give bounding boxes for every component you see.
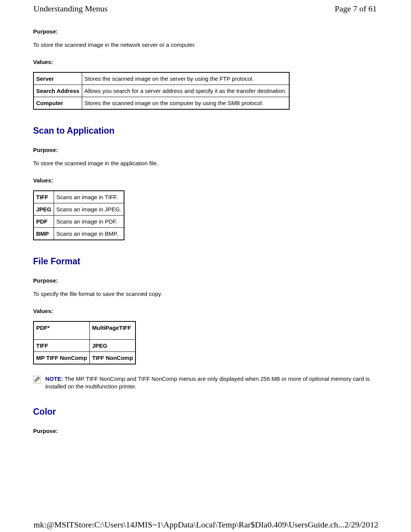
value-key: TIFF (33, 191, 54, 203)
purpose-text: To store the scanned image in the networ… (33, 42, 377, 48)
section-heading-scan-to-application: Scan to Application (33, 126, 377, 136)
value-key: PDF (33, 216, 54, 228)
table-row: PDF* MultiPageTIFF (33, 321, 135, 340)
note-body: The MP TIFF NonComp and TIFF NonComp men… (45, 375, 370, 390)
values-table: TIFF Scans an image in TIFF. JPEG Scans … (33, 190, 124, 240)
values-table: Server Stores the scanned image on the s… (33, 72, 290, 110)
value-key: BMP (33, 228, 54, 240)
values-grid-table: PDF* MultiPageTIFF TIFF JPEG MP TIFF Non… (33, 321, 136, 364)
values-label: Values: (33, 177, 377, 184)
value-description: Stores the scanned image on the computer… (82, 97, 289, 110)
grid-cell: MultiPageTIFF (89, 321, 135, 340)
value-description: Scans an image in PDF. (54, 216, 124, 228)
value-description: Scans an image in TIFF. (54, 191, 124, 203)
table-row: JPEG Scans an image in JPEG. (33, 203, 124, 216)
purpose-text: To specify the file format to save the s… (33, 291, 377, 297)
values-label: Values: (33, 59, 377, 65)
grid-cell: MP TIFF NonComp (33, 352, 89, 364)
page-content: Purpose: To store the scanned image in t… (0, 28, 411, 434)
purpose-label: Purpose: (33, 428, 377, 434)
purpose-label: Purpose: (33, 277, 377, 284)
note-icon (33, 376, 41, 383)
value-description: Allows you search for a server address a… (82, 85, 289, 97)
grid-cell: JPEG (89, 340, 135, 352)
section-heading-file-format: File Format (33, 256, 377, 267)
values-label: Values: (33, 308, 377, 314)
table-row: BMP Scans an image in BMP. (33, 228, 124, 240)
table-row: TIFF JPEG (33, 340, 135, 352)
table-row: PDF Scans an image in PDF. (33, 216, 124, 228)
value-key: Server (33, 72, 82, 85)
purpose-label: Purpose: (33, 147, 377, 153)
value-key: Search Address (33, 85, 82, 97)
header-title: Understanding Menus (33, 4, 108, 14)
table-row: Search Address Allows you search for a s… (33, 85, 289, 97)
note-text: NOTE: The MP TIFF NonComp and TIFF NonCo… (45, 375, 377, 391)
note-block: NOTE: The MP TIFF NonComp and TIFF NonCo… (33, 375, 377, 391)
table-row: Server Stores the scanned image on the s… (33, 72, 289, 85)
purpose-text: To store the scanned image in the applic… (33, 160, 377, 166)
value-description: Scans an image in JPEG. (54, 203, 124, 216)
section-heading-color: Color (33, 407, 377, 417)
grid-cell: TIFF (33, 340, 89, 352)
value-description: Stores the scanned image on the server b… (82, 72, 289, 85)
grid-cell: TIFF NonComp (89, 352, 135, 364)
value-key: JPEG (33, 203, 54, 216)
value-key: Computer (33, 97, 82, 110)
table-row: Computer Stores the scanned image on the… (33, 97, 289, 110)
purpose-label: Purpose: (33, 28, 377, 35)
value-description: Scans an image in BMP. (54, 228, 124, 240)
note-label: NOTE: (45, 375, 63, 382)
header-page-number: Page 7 of 61 (335, 4, 377, 14)
page-header: Understanding Menus Page 7 of 61 (0, 0, 411, 18)
table-row: TIFF Scans an image in TIFF. (33, 191, 124, 203)
grid-cell: PDF* (33, 321, 89, 340)
table-row: MP TIFF NonComp TIFF NonComp (33, 352, 135, 364)
